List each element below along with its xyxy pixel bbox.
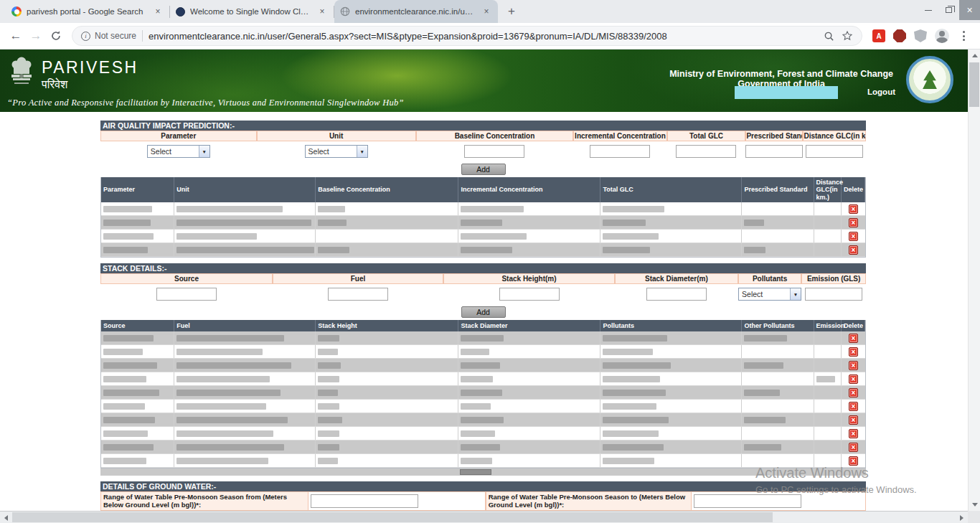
pdf-extension-icon[interactable]: A <box>872 29 885 42</box>
browser-tab[interactable]: parivesh portal - Google Search × <box>6 0 169 23</box>
window-minimize-button[interactable] <box>918 0 938 20</box>
baseline-concentration-input[interactable] <box>464 145 524 158</box>
scroll-left-arrow[interactable] <box>0 512 12 523</box>
table-cell <box>316 202 458 215</box>
stack-form-controls: Select▼ <box>100 284 866 304</box>
delete-row-icon[interactable]: × <box>849 245 858 255</box>
table-horizontal-scrollbar[interactable] <box>100 468 866 476</box>
table-cell <box>458 413 600 426</box>
browser-tab-active[interactable]: environmentclearance.nic.in/user... × <box>334 0 498 23</box>
column-header: Incremental Concentration <box>458 177 600 202</box>
column-header: Prescribed Standard <box>742 177 814 202</box>
delete-row-icon[interactable]: × <box>849 456 858 466</box>
table-cell <box>316 440 458 453</box>
add-air-quality-button[interactable]: Add <box>461 164 506 175</box>
parameter-select[interactable]: Select▼ <box>147 145 210 158</box>
site-tagline: “Pro Active and Responsive facilitation … <box>7 98 404 108</box>
tab-close-icon[interactable]: × <box>316 6 328 17</box>
unit-select[interactable]: Select▼ <box>305 145 368 158</box>
delete-row-icon[interactable]: × <box>849 204 858 214</box>
fuel-input[interactable] <box>328 288 388 301</box>
scroll-right-arrow[interactable] <box>956 512 968 523</box>
delete-row-icon[interactable]: × <box>849 429 858 438</box>
source-input[interactable] <box>156 288 217 301</box>
delete-row-icon[interactable]: × <box>849 402 858 411</box>
incremental-concentration-input[interactable] <box>590 145 650 158</box>
table-cell <box>458 359 600 372</box>
table-cell <box>600 216 742 229</box>
table-cell <box>742 454 814 467</box>
vertical-scrollbar[interactable] <box>968 50 980 511</box>
total-glc-input[interactable] <box>676 145 736 158</box>
scroll-up-arrow[interactable] <box>969 50 980 62</box>
user-name-highlight[interactable] <box>735 86 838 99</box>
zoom-icon[interactable] <box>824 31 834 42</box>
delete-row-icon[interactable]: × <box>849 347 858 357</box>
browser-menu-icon[interactable] <box>957 29 970 42</box>
column-header: Emission <box>814 320 842 331</box>
table-cell <box>600 230 742 242</box>
form-header: Emission (GLS) <box>801 273 866 284</box>
redacted-cell-content <box>318 444 339 451</box>
distance-glc-input[interactable] <box>806 145 863 158</box>
redacted-cell-content <box>461 233 527 240</box>
profile-avatar[interactable] <box>935 29 949 43</box>
stack-diameter-input[interactable] <box>646 288 707 301</box>
info-icon[interactable]: i <box>81 32 90 41</box>
delete-row-icon[interactable]: × <box>849 443 858 452</box>
horizontal-scrollbar[interactable] <box>0 511 968 523</box>
redacted-cell-content <box>318 247 349 253</box>
table-cell: × <box>842 230 865 242</box>
delete-row-icon[interactable]: × <box>849 388 858 397</box>
delete-row-icon[interactable]: × <box>849 361 858 370</box>
tab-close-icon[interactable]: × <box>481 6 492 17</box>
window-close-button[interactable]: × <box>959 0 980 20</box>
scrollbar-thumb[interactable] <box>460 469 491 475</box>
logout-link[interactable]: Logout <box>867 88 895 96</box>
address-bar[interactable]: i Not secure environmentclearance.nic.in… <box>72 26 862 46</box>
redacted-cell-content <box>603 206 664 212</box>
redacted-cell-content <box>603 220 646 226</box>
air-quality-form-headers: Parameter Unit Baseline Concentration In… <box>100 131 866 141</box>
section-title: STACK DETAILS:- <box>100 263 866 273</box>
prescribed-standard-input[interactable] <box>745 145 803 158</box>
scrollbar-thumb[interactable] <box>12 512 773 522</box>
delete-row-icon[interactable]: × <box>849 374 858 384</box>
shield-extension-icon[interactable] <box>914 29 927 42</box>
pre-monsoon-to-input[interactable] <box>694 494 801 508</box>
delete-row-icon[interactable]: × <box>849 415 858 425</box>
table-cell <box>814 230 842 242</box>
tab-close-icon[interactable]: × <box>152 6 164 17</box>
bookmark-star-icon[interactable] <box>842 30 853 42</box>
table-cell <box>814 454 842 467</box>
scroll-down-arrow[interactable] <box>969 499 980 511</box>
stack-height-input[interactable] <box>499 288 560 301</box>
pollutants-select[interactable]: Select▼ <box>738 288 801 301</box>
new-tab-button[interactable]: + <box>502 2 521 21</box>
window-maximize-button[interactable] <box>938 0 959 20</box>
delete-row-icon[interactable]: × <box>849 334 858 343</box>
adblock-extension-icon[interactable] <box>893 29 906 42</box>
column-header: Unit <box>174 177 316 202</box>
table-cell <box>316 413 458 426</box>
forward-button[interactable]: → <box>26 26 46 46</box>
redacted-cell-content <box>318 220 347 226</box>
back-button[interactable]: ← <box>6 26 26 46</box>
table-row: × <box>101 359 865 372</box>
reload-button[interactable] <box>46 26 66 46</box>
column-header: Fuel <box>174 320 316 331</box>
redacted-cell-content <box>176 390 281 396</box>
delete-row-icon[interactable]: × <box>849 232 858 241</box>
maximize-icon <box>946 7 952 13</box>
scrollbar-thumb[interactable] <box>969 62 979 107</box>
delete-row-icon[interactable]: × <box>849 218 858 227</box>
pre-monsoon-from-input[interactable] <box>311 494 418 508</box>
redacted-cell-content <box>103 233 154 240</box>
table-cell <box>316 386 458 399</box>
table-cell: × <box>842 413 865 426</box>
form-header: Stack Height(m) <box>443 273 615 284</box>
table-cell <box>316 372 458 385</box>
add-stack-button[interactable]: Add <box>461 306 506 318</box>
emission-input[interactable] <box>805 288 862 301</box>
browser-tab[interactable]: Welcome to Single Window Clea... × <box>170 0 334 23</box>
